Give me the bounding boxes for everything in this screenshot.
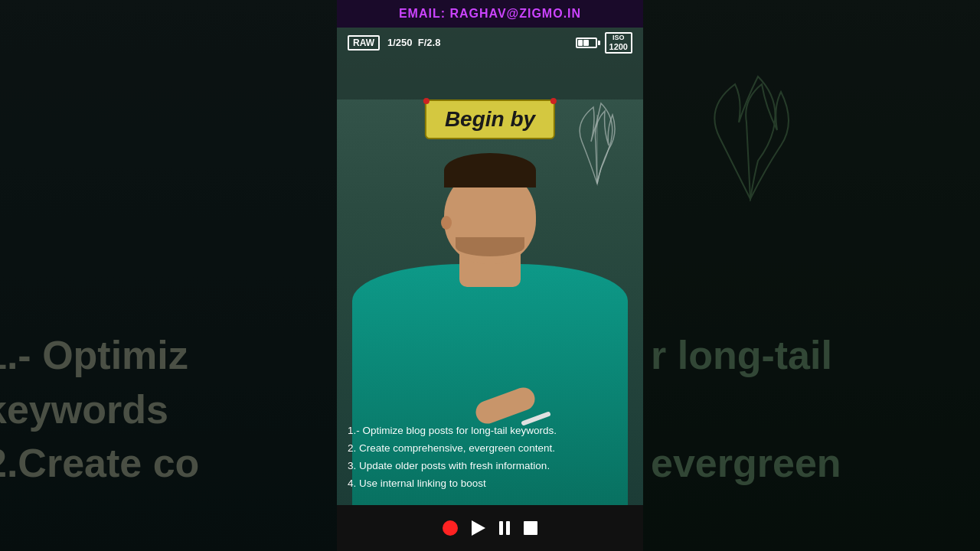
pause-bar-2 bbox=[506, 521, 510, 535]
begin-label-text: Begin by bbox=[445, 107, 535, 131]
raw-badge: RAW bbox=[348, 35, 380, 51]
plant-decoration-icon bbox=[559, 99, 635, 191]
stop-button[interactable] bbox=[524, 521, 537, 535]
email-header: EMAIL: RAGHAV@ZIGMO.IN bbox=[337, 0, 643, 28]
camera-hud: RAW 1/250 F/2.8 ISO 1200 bbox=[337, 28, 643, 58]
pause-bar-1 bbox=[499, 521, 503, 535]
begin-label: Begin by bbox=[425, 99, 555, 139]
battery-seg-1 bbox=[578, 40, 583, 46]
battery-seg-2 bbox=[583, 40, 589, 46]
hud-shutter-aperture: 1/250 F/2.8 bbox=[387, 37, 440, 48]
iso-badge: ISO 1200 bbox=[605, 32, 632, 54]
background-right: r long-tail evergreen bbox=[643, 0, 980, 551]
list-item-1: 1.- Optimize blog posts for long-tail ke… bbox=[348, 423, 635, 439]
pause-button[interactable] bbox=[499, 521, 510, 535]
bg-right-plant-icon bbox=[674, 61, 827, 214]
list-content: 1.- Optimize blog posts for long-tail ke… bbox=[348, 423, 635, 494]
center-panel: EMAIL: RAGHAV@ZIGMO.IN RAW 1/250 F/2.8 I… bbox=[337, 0, 643, 551]
background-left: 1.- Optimiz keywords 2.Create co bbox=[0, 0, 337, 551]
list-item-4: 4. Use internal linking to boost bbox=[348, 476, 635, 492]
list-item-3: 3. Update older posts with fresh informa… bbox=[348, 458, 635, 474]
battery-tip bbox=[598, 41, 600, 45]
bg-left-text: 1.- Optimiz keywords 2.Create co bbox=[0, 328, 337, 490]
bottom-controls bbox=[337, 505, 643, 551]
pin-top-left bbox=[423, 98, 430, 104]
battery-icon bbox=[576, 37, 600, 48]
bg-right-text: r long-tail evergreen bbox=[651, 328, 980, 490]
battery-seg-3 bbox=[590, 40, 595, 46]
hud-right: ISO 1200 bbox=[576, 32, 632, 54]
email-text: EMAIL: RAGHAV@ZIGMO.IN bbox=[399, 7, 581, 21]
hud-left: RAW 1/250 F/2.8 bbox=[348, 35, 440, 51]
list-item-2: 2. Create comprehensive, evergreen conte… bbox=[348, 441, 635, 457]
record-button[interactable] bbox=[443, 520, 458, 536]
play-button[interactable] bbox=[472, 520, 485, 536]
